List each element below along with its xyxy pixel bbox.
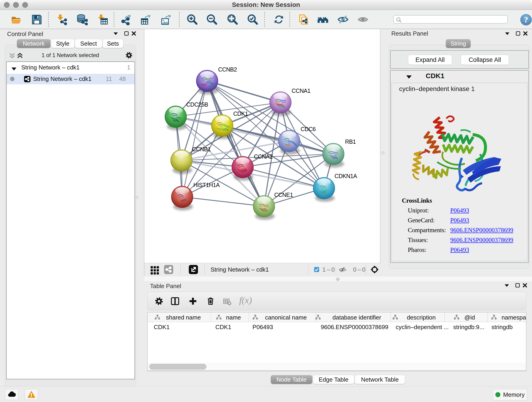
svg-text:CDC25B: CDC25B [186, 101, 208, 108]
svg-text:RB1: RB1 [345, 138, 356, 145]
svg-text:HIST1H1A: HIST1H1A [193, 182, 220, 188]
svg-text:CDC6: CDC6 [301, 126, 316, 132]
svg-text:CCNB1: CCNB1 [192, 146, 211, 153]
svg-text:CCNA2: CCNA2 [254, 153, 273, 160]
svg-text:CCNE1: CCNE1 [274, 191, 293, 198]
svg-text:CDK1: CDK1 [233, 110, 248, 117]
svg-text:CCNA1: CCNA1 [292, 88, 310, 94]
svg-text:CDKN1A: CDKN1A [335, 173, 357, 179]
svg-text:CCNB2: CCNB2 [218, 66, 237, 73]
